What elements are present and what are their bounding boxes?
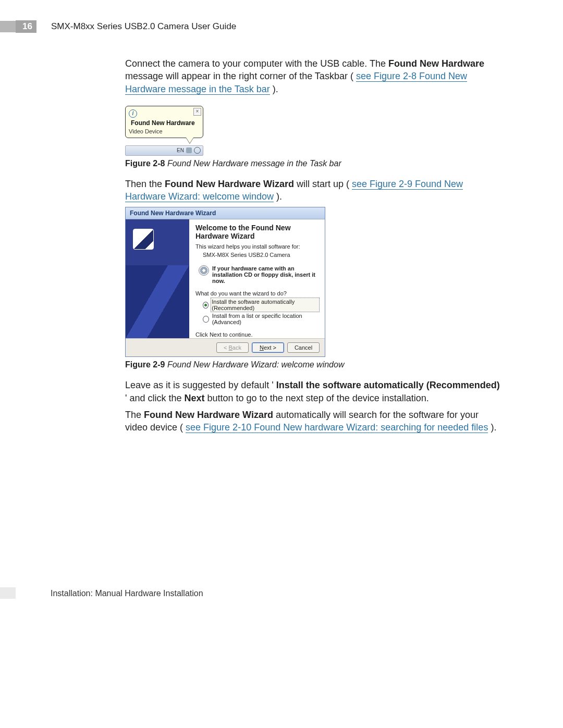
caption-text: Found New Hardware message in the Task b… bbox=[167, 159, 341, 168]
figure-2-8: × i Found New Hardware Video Device EN bbox=[125, 106, 203, 156]
radio-install-auto[interactable]: Install the software automatically (Reco… bbox=[203, 299, 319, 311]
found-new-hardware-balloon: × i Found New Hardware Video Device bbox=[125, 106, 203, 138]
clock-icon[interactable] bbox=[194, 147, 201, 154]
page-footer: Installation: Manual Hardware Installati… bbox=[51, 589, 203, 598]
figure-2-9-caption: Figure 2-9 Found New Hardware Wizard: we… bbox=[125, 360, 500, 369]
text: ). bbox=[276, 191, 282, 202]
radio-install-list[interactable]: Install from a list or specific location… bbox=[203, 313, 319, 325]
text: will start up ( bbox=[297, 179, 349, 189]
wizard-heading: Welcome to the Found New Hardware Wizard bbox=[195, 224, 319, 240]
text: ext > bbox=[264, 344, 276, 351]
text: Leave as it is suggested by default ' bbox=[125, 380, 274, 390]
paragraph-1: Connect the camera to your computer with… bbox=[125, 57, 500, 95]
volume-icon[interactable] bbox=[186, 147, 192, 153]
info-icon: i bbox=[129, 109, 137, 118]
text: < bbox=[224, 344, 228, 351]
caption-text: Found New Hardware Wizard: welcome windo… bbox=[167, 360, 345, 369]
balloon-title: Found New Hardware bbox=[131, 119, 195, 127]
link-figure-2-10[interactable]: see Figure 2-10 Found New hardware Wizar… bbox=[186, 422, 488, 433]
caption-label: Figure 2-9 bbox=[125, 360, 165, 369]
text: ' and click the bbox=[125, 393, 185, 403]
text: ack bbox=[232, 344, 241, 351]
balloon-tail bbox=[186, 138, 193, 143]
paragraph-4: The Found New Hardware Wizard automatica… bbox=[125, 409, 500, 434]
wizard-footer: < Back Next > Cancel bbox=[126, 338, 325, 356]
wizard-continue: Click Next to continue. bbox=[195, 331, 319, 338]
text-bold: Install the software automatically (Reco… bbox=[276, 380, 500, 390]
text-bold: Found New Hardware Wizard bbox=[165, 179, 294, 189]
text: B bbox=[229, 344, 232, 351]
text-bold: Found New Hardware Wizard bbox=[144, 410, 273, 420]
wizard-main: Welcome to the Found New Hardware Wizard… bbox=[189, 219, 325, 338]
document-page: 16 SMX-M8xx Series USB2.0 Camera User Gu… bbox=[0, 0, 563, 728]
back-button: < Back bbox=[216, 342, 249, 353]
wizard-sidebar-art bbox=[126, 265, 189, 338]
text: Connect the camera to your computer with… bbox=[125, 58, 388, 69]
text: The bbox=[125, 410, 144, 420]
radio-dot-selected-icon bbox=[203, 302, 209, 309]
wizard-intro: This wizard helps you install software f… bbox=[195, 243, 319, 250]
text: button to go to the next step of the dev… bbox=[207, 393, 429, 403]
radio-dot-icon bbox=[203, 316, 209, 323]
hardware-icon bbox=[133, 229, 154, 250]
text-bold: Next bbox=[185, 393, 205, 403]
balloon-body: Video Device bbox=[129, 128, 200, 134]
found-new-hardware-wizard-window: Found New Hardware Wizard Welcome to the… bbox=[125, 207, 325, 357]
left-margin-tab bbox=[0, 21, 16, 32]
text: ). bbox=[273, 84, 278, 94]
page-number: 16 bbox=[16, 20, 36, 33]
page-header: 16 SMX-M8xx Series USB2.0 Camera User Gu… bbox=[16, 21, 236, 32]
wizard-cd-text: If your hardware came with an installati… bbox=[212, 265, 319, 284]
cancel-button[interactable]: Cancel bbox=[287, 342, 320, 353]
left-margin-tab-bottom bbox=[0, 587, 16, 599]
wizard-device: SMX-M8X Series USB2.0 Camera bbox=[203, 252, 319, 258]
cd-icon bbox=[199, 265, 209, 276]
system-tray: EN bbox=[125, 145, 203, 156]
text: N bbox=[260, 344, 264, 351]
text: ). bbox=[491, 422, 496, 433]
radio-label: Install from a list or specific location… bbox=[212, 313, 319, 325]
tray-lang[interactable]: EN bbox=[177, 147, 184, 153]
wizard-sidebar bbox=[126, 219, 189, 338]
caption-label: Figure 2-8 bbox=[125, 159, 165, 168]
close-icon[interactable]: × bbox=[193, 108, 201, 116]
wizard-titlebar: Found New Hardware Wizard bbox=[126, 207, 325, 219]
figure-2-8-caption: Figure 2-8 Found New Hardware message in… bbox=[125, 159, 500, 168]
text: Then the bbox=[125, 179, 165, 189]
page-content: Connect the camera to your computer with… bbox=[125, 57, 500, 438]
document-title: SMX-M8xx Series USB2.0 Camera User Guide bbox=[51, 21, 236, 32]
text-bold: Found New Hardware bbox=[388, 58, 484, 69]
paragraph-3: Leave as it is suggested by default ' In… bbox=[125, 379, 500, 404]
paragraph-2: Then the Found New Hardware Wizard will … bbox=[125, 178, 500, 203]
wizard-body: Welcome to the Found New Hardware Wizard… bbox=[126, 219, 325, 338]
wizard-cd-note: If your hardware came with an installati… bbox=[199, 265, 319, 284]
wizard-question: What do you want the wizard to do? bbox=[195, 290, 319, 297]
text: message will appear in the right corner … bbox=[125, 71, 353, 81]
radio-label: Install the software automatically (Reco… bbox=[212, 299, 319, 311]
next-button[interactable]: Next > bbox=[252, 342, 284, 353]
